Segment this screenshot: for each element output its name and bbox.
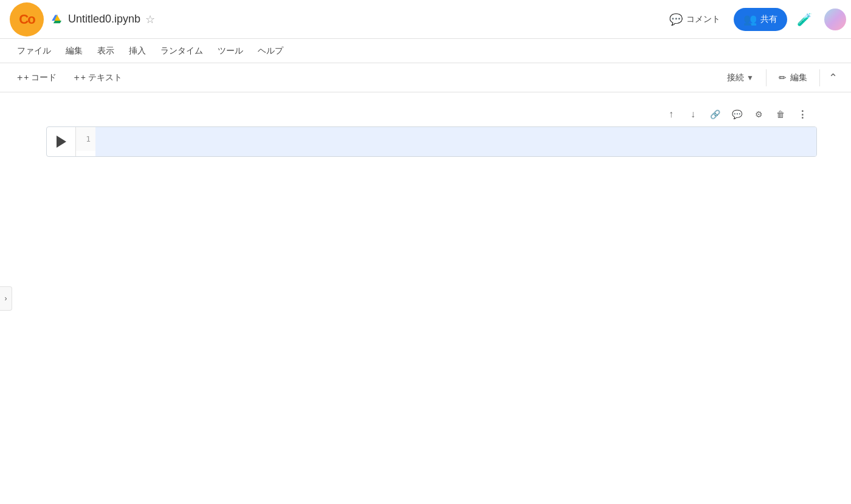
menu-item-help[interactable]: ヘルプ xyxy=(250,42,291,60)
cell-editor[interactable] xyxy=(95,127,816,156)
collapse-icon: ⌃ xyxy=(829,72,838,84)
collapse-button[interactable]: ⌃ xyxy=(825,67,841,88)
add-text-button[interactable]: + + テキスト xyxy=(66,69,129,87)
link-icon: 🔗 xyxy=(710,109,720,119)
move-down-button[interactable]: ↓ xyxy=(683,105,703,124)
menu-item-insert[interactable]: 挿入 xyxy=(122,42,153,60)
cell-line-numbers: 1 xyxy=(76,127,95,151)
menu-item-runtime[interactable]: ランタイム xyxy=(153,42,210,60)
logo: Co xyxy=(5,0,49,39)
edit-pencil-icon: ✏ xyxy=(779,72,787,83)
add-code-button[interactable]: + + コード xyxy=(10,69,64,87)
connect-label: 接続 xyxy=(727,72,744,83)
cell-toolbar: ↑ ↓ 🔗 💬 ⚙ 🗑 ⋮ xyxy=(46,102,817,126)
edit-button[interactable]: ✏ 編集 xyxy=(771,69,815,87)
menu-item-tools[interactable]: ツール xyxy=(210,42,250,60)
share-button[interactable]: 👥 共有 xyxy=(734,8,787,31)
move-up-button[interactable]: ↑ xyxy=(661,105,681,124)
cell-wrapper: ↑ ↓ 🔗 💬 ⚙ 🗑 ⋮ xyxy=(36,102,827,157)
plus-code-icon: + xyxy=(17,72,22,83)
share-label: 共有 xyxy=(760,14,777,25)
edit-label: 編集 xyxy=(790,72,807,83)
cell-settings-icon: ⚙ xyxy=(755,109,763,119)
line-number-1: 1 xyxy=(81,134,91,143)
colab-logo: Co xyxy=(10,2,44,36)
plus-text-icon: + xyxy=(74,72,79,83)
cell-delete-icon: 🗑 xyxy=(776,109,785,119)
menu-item-edit[interactable]: 編集 xyxy=(58,42,90,60)
add-text-label: + テキスト xyxy=(81,72,122,83)
sidebar-toggle-button[interactable]: › xyxy=(0,286,12,311)
lab-icon: 🧪 xyxy=(797,12,812,27)
cell-more-button[interactable]: ⋮ xyxy=(793,105,812,124)
comment-button[interactable]: 💬 コメント xyxy=(661,8,729,31)
menubar: ファイル 編集 表示 挿入 ランタイム ツール ヘルプ xyxy=(0,39,851,63)
toolbar: + + コード + + テキスト 接続 ▼ ✏ 編集 ⌃ xyxy=(0,63,851,92)
move-down-icon: ↓ xyxy=(691,109,695,120)
toolbar-right: 接続 ▼ ✏ 編集 ⌃ xyxy=(720,67,841,88)
menu-item-view[interactable]: 表示 xyxy=(90,42,122,60)
notebook-area: ↑ ↓ 🔗 💬 ⚙ 🗑 ⋮ xyxy=(12,92,851,504)
link-button[interactable]: 🔗 xyxy=(705,105,725,124)
share-icon: 👥 xyxy=(743,13,757,26)
comment-label: コメント xyxy=(686,14,720,25)
cell-settings-button[interactable]: ⚙ xyxy=(749,105,768,124)
connect-button[interactable]: 接続 ▼ xyxy=(720,69,761,87)
file-info: Untitled0.ipynb ☆ xyxy=(51,13,155,26)
cell-delete-button[interactable]: 🗑 xyxy=(771,105,790,124)
run-triangle-icon xyxy=(57,136,66,148)
add-code-label: + コード xyxy=(24,72,57,83)
header: Co Untitled0.ipynb ☆ 💬 コメント 👥 共有 🧪 xyxy=(0,0,851,39)
drive-icon xyxy=(51,13,63,26)
cell-comment-icon: 💬 xyxy=(732,109,742,119)
file-title[interactable]: Untitled0.ipynb xyxy=(68,13,140,26)
connect-chevron-icon: ▼ xyxy=(746,74,754,82)
chevron-right-icon: › xyxy=(5,294,7,303)
toolbar-divider2 xyxy=(819,69,820,86)
lab-button[interactable]: 🧪 xyxy=(792,7,817,32)
comment-icon: 💬 xyxy=(669,13,683,26)
code-cell: 1 xyxy=(46,126,817,157)
menu-item-file[interactable]: ファイル xyxy=(10,42,58,60)
star-icon[interactable]: ☆ xyxy=(145,13,155,26)
cell-more-icon: ⋮ xyxy=(798,109,807,120)
cell-comment-button[interactable]: 💬 xyxy=(727,105,746,124)
avatar[interactable] xyxy=(824,9,846,30)
run-cell-button[interactable] xyxy=(47,127,76,156)
header-right: 💬 コメント 👥 共有 🧪 xyxy=(661,7,846,32)
toolbar-divider xyxy=(766,69,767,86)
move-up-icon: ↑ xyxy=(669,109,674,120)
main-content: › ↑ ↓ 🔗 💬 ⚙ xyxy=(0,92,851,504)
